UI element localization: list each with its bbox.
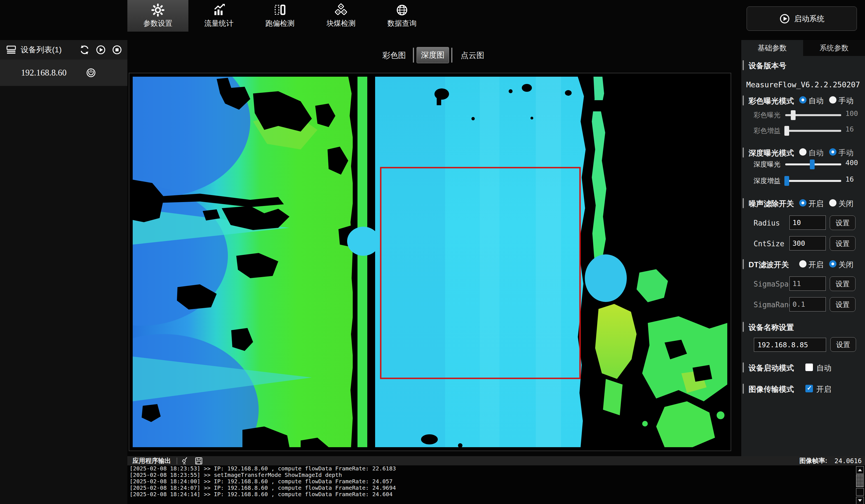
depth-exposure-handle[interactable] bbox=[810, 160, 815, 169]
color-gain-slider[interactable] bbox=[785, 130, 841, 132]
log-line: [2025-02-08 18:24:00] >> IP: 192.168.8.6… bbox=[127, 478, 865, 485]
color-exposure-mode-label: 彩色曝光模式 bbox=[749, 96, 794, 106]
play-circle-icon bbox=[779, 13, 790, 24]
depth-gain-slider[interactable] bbox=[785, 180, 841, 182]
radius-field-row: Radius 设置 bbox=[741, 215, 865, 231]
sigmarange-input[interactable] bbox=[789, 297, 826, 312]
depth-gain-label: 深度增益 bbox=[753, 176, 786, 185]
radius-set-button[interactable]: 设置 bbox=[830, 215, 855, 230]
depth-exposure-manual-label[interactable]: 手动 bbox=[839, 148, 854, 158]
toolbar-item-flow-stats[interactable]: 流量统计 bbox=[188, 0, 250, 32]
section-accent bbox=[743, 384, 744, 394]
sigmaspace-input[interactable] bbox=[789, 277, 826, 291]
cntsize-set-button[interactable]: 设置 bbox=[830, 236, 855, 251]
color-exposure-slider-row: 彩色曝光 100 bbox=[741, 110, 865, 120]
start-system-button[interactable]: 启动系统 bbox=[747, 7, 857, 31]
device-list-icon bbox=[5, 44, 17, 56]
device-version-label: 设备版本号 bbox=[749, 61, 786, 71]
noise-filter-off-label[interactable]: 关闭 bbox=[839, 199, 854, 209]
stop-all-icon[interactable] bbox=[112, 45, 122, 55]
deviation-detect-icon bbox=[273, 3, 287, 17]
color-gain-handle[interactable] bbox=[784, 126, 789, 136]
noise-filter-on-radio[interactable] bbox=[799, 199, 807, 207]
gear-icon bbox=[151, 3, 165, 17]
device-list-header: 设备列表(1) bbox=[0, 40, 127, 60]
depth-gain-handle[interactable] bbox=[784, 176, 789, 186]
sigmarange-field-row: SigmaRange 设置 bbox=[741, 297, 865, 313]
color-exposure-label: 彩色曝光 bbox=[753, 110, 786, 119]
depth-image-viewport[interactable] bbox=[129, 73, 731, 451]
coal-detect-icon bbox=[334, 3, 348, 17]
dt-filter-on-radio[interactable] bbox=[799, 260, 807, 268]
scrollbar-thumb[interactable] bbox=[856, 474, 864, 487]
radius-input[interactable] bbox=[789, 215, 826, 230]
cntsize-field-row: CntSize 设置 bbox=[741, 236, 865, 251]
refresh-icon[interactable] bbox=[79, 45, 90, 55]
log-line: [2025-02-08 18:23:55] >> setImageTransfe… bbox=[127, 472, 865, 478]
depth-exposure-auto-radio[interactable] bbox=[799, 148, 807, 156]
depth-exposure-slider[interactable] bbox=[785, 163, 841, 165]
cntsize-input[interactable] bbox=[789, 236, 826, 250]
play-all-icon[interactable] bbox=[95, 45, 106, 55]
sigmaspace-field-row: SigmaSpace 设置 bbox=[741, 277, 865, 292]
color-exposure-value: 100 bbox=[845, 109, 858, 118]
depth-gain-slider-row: 深度增益 16 bbox=[741, 176, 865, 186]
depth-exposure-auto-label[interactable]: 自动 bbox=[808, 148, 823, 158]
sigmaspace-set-button[interactable]: 设置 bbox=[830, 277, 855, 291]
section-accent bbox=[743, 322, 744, 332]
depth-map-image bbox=[133, 77, 727, 447]
scroll-up-button[interactable] bbox=[856, 466, 864, 474]
color-exposure-auto-label[interactable]: 自动 bbox=[808, 96, 823, 106]
output-header-bar: 应用程序输出 图像帧率: 24.0616 bbox=[127, 456, 865, 465]
depth-exposure-slider-row: 深度曝光 400 bbox=[741, 160, 865, 169]
color-exposure-slider[interactable] bbox=[785, 114, 841, 116]
log-scrollbar[interactable] bbox=[856, 466, 864, 504]
radius-label: Radius bbox=[753, 219, 780, 227]
down-arrow-icon bbox=[858, 499, 862, 502]
section-accent bbox=[743, 362, 744, 373]
power-icon[interactable] bbox=[85, 67, 96, 78]
color-exposure-manual-label[interactable]: 手动 bbox=[839, 96, 854, 106]
save-log-icon[interactable] bbox=[195, 457, 203, 465]
transfer-mode-checkbox[interactable] bbox=[805, 385, 813, 392]
sigmarange-set-button[interactable]: 设置 bbox=[830, 297, 855, 312]
scroll-down-button[interactable] bbox=[856, 497, 864, 504]
divider bbox=[177, 458, 177, 464]
tab-basic-params[interactable]: 基础参数 bbox=[741, 40, 803, 56]
toolbar-item-deviation-detect[interactable]: 跑偏检测 bbox=[250, 0, 310, 32]
toolbar-item-label: 参数设置 bbox=[143, 19, 172, 28]
color-exposure-manual-radio[interactable] bbox=[829, 96, 837, 104]
depth-exposure-manual-radio[interactable] bbox=[829, 148, 837, 156]
application-log[interactable]: [2025-02-08 18:23:53] >> IP: 192.168.8.6… bbox=[127, 465, 865, 504]
section-accent bbox=[743, 60, 744, 70]
dt-filter-off-label[interactable]: 关闭 bbox=[839, 260, 854, 270]
device-name-set-button[interactable]: 设置 bbox=[830, 337, 856, 352]
start-mode-option-label[interactable]: 自动 bbox=[816, 363, 831, 373]
clear-log-icon[interactable] bbox=[182, 457, 190, 465]
color-exposure-handle[interactable] bbox=[791, 110, 796, 120]
noise-filter-label: 噪声滤除开关 bbox=[749, 199, 794, 209]
color-gain-label: 彩色增益 bbox=[753, 126, 786, 135]
toolbar-item-parameter-settings[interactable]: 参数设置 bbox=[127, 0, 188, 32]
tab-separator bbox=[413, 48, 414, 63]
tab-depth-image[interactable]: 深度图 bbox=[417, 47, 449, 63]
start-system-label: 启动系统 bbox=[794, 14, 824, 24]
toolbar-item-coal-detect[interactable]: 块煤检测 bbox=[310, 0, 371, 32]
color-exposure-auto-radio[interactable] bbox=[799, 96, 807, 104]
tab-system-params[interactable]: 系统参数 bbox=[803, 40, 865, 56]
dt-filter-off-radio[interactable] bbox=[829, 260, 837, 268]
dt-filter-on-label[interactable]: 开启 bbox=[808, 260, 823, 270]
section-accent bbox=[743, 95, 744, 106]
scrollbar-track-button[interactable] bbox=[856, 488, 864, 496]
noise-filter-on-label[interactable]: 开启 bbox=[808, 199, 823, 209]
tab-color-image[interactable]: 彩色图 bbox=[377, 48, 411, 63]
transfer-mode-option-label[interactable]: 开启 bbox=[816, 384, 831, 394]
toolbar-item-data-query[interactable]: 数据查询 bbox=[371, 0, 432, 32]
start-mode-checkbox[interactable] bbox=[805, 364, 813, 371]
flow-stats-icon bbox=[212, 3, 226, 17]
frame-rate-label: 图像帧率: bbox=[799, 456, 827, 465]
device-row[interactable]: 192.168.8.60 bbox=[0, 60, 127, 86]
noise-filter-off-radio[interactable] bbox=[829, 199, 837, 207]
device-name-input[interactable] bbox=[754, 338, 826, 352]
tab-point-cloud[interactable]: 点云图 bbox=[456, 48, 489, 63]
